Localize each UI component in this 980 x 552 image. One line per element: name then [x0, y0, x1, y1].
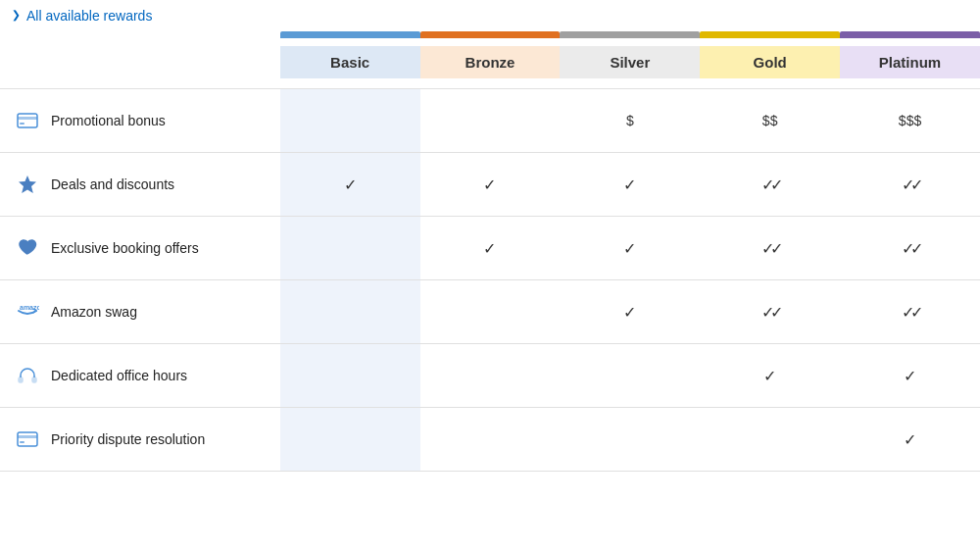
value-amazon-swag-silver: ✓ — [560, 280, 700, 344]
value-dedicated-office-gold: ✓ — [700, 344, 840, 408]
amazon-icon: amazon — [14, 298, 41, 326]
svg-rect-6 — [32, 377, 36, 382]
tier-header-bronze: Bronze — [420, 31, 561, 89]
feature-cell-exclusive-booking: Exclusive booking offers — [0, 217, 280, 280]
value-deals-discounts-silver: ✓ — [560, 153, 700, 217]
value-deals-discounts-platinum: ✓✓ — [840, 153, 980, 217]
feature-name-deals-discounts: Deals and discounts — [51, 176, 174, 192]
tier-header-silver: Silver — [560, 31, 700, 89]
value-priority-dispute-bronze — [420, 408, 561, 472]
value-dedicated-office-silver — [560, 344, 700, 408]
value-priority-dispute-basic — [280, 408, 420, 472]
svg-rect-8 — [18, 435, 37, 438]
value-priority-dispute-platinum: ✓ — [840, 408, 980, 472]
tier-label-silver: Silver — [560, 46, 700, 78]
feature-name-promotional-bonus: Promotional bonus — [51, 113, 166, 128]
tier-label-basic: Basic — [280, 46, 420, 78]
feature-cell-priority-dispute: Priority dispute resolution — [0, 408, 280, 472]
svg-rect-1 — [18, 117, 37, 120]
svg-rect-2 — [20, 123, 24, 125]
top-nav: ❮ All available rewards — [0, 0, 980, 31]
svg-rect-0 — [18, 114, 37, 127]
value-amazon-swag-gold: ✓✓ — [700, 280, 840, 344]
svg-rect-7 — [18, 432, 37, 446]
feature-cell-dedicated-office: Dedicated office hours — [0, 344, 280, 408]
tier-bar-silver — [560, 31, 700, 38]
feature-name-dedicated-office: Dedicated office hours — [51, 368, 187, 383]
feature-row-promotional-bonus: Promotional bonus$$$$$$ — [0, 89, 980, 153]
feature-row-dedicated-office: Dedicated office hours✓✓ — [0, 344, 980, 408]
feature-name-amazon-swag: Amazon swag — [51, 304, 137, 320]
value-dedicated-office-basic — [280, 344, 420, 408]
tier-bar-bronze — [420, 31, 561, 38]
value-priority-dispute-silver — [560, 408, 700, 472]
svg-text:amazon: amazon — [20, 304, 39, 311]
feature-cell-amazon-swag: amazon Amazon swag — [0, 280, 280, 344]
value-amazon-swag-platinum: ✓✓ — [840, 280, 980, 344]
tier-bar-basic — [280, 31, 420, 38]
star-icon — [14, 171, 41, 198]
tier-header-basic: Basic — [280, 31, 420, 89]
value-deals-discounts-basic: ✓ — [280, 153, 420, 217]
feature-cell-deals-discounts: Deals and discounts — [0, 153, 280, 217]
feature-name-exclusive-booking: Exclusive booking offers — [51, 240, 199, 256]
page-wrapper: ❮ All available rewards Basic — [0, 0, 980, 552]
svg-marker-3 — [19, 176, 36, 193]
all-rewards-link[interactable]: All available rewards — [26, 8, 152, 24]
value-exclusive-booking-bronze: ✓ — [420, 217, 561, 280]
value-promotional-bonus-silver: $ — [560, 89, 700, 153]
feature-row-deals-discounts: Deals and discounts✓✓✓✓✓✓✓ — [0, 153, 980, 217]
svg-rect-9 — [20, 441, 24, 443]
value-amazon-swag-bronze — [420, 280, 561, 344]
value-promotional-bonus-platinum: $$$ — [840, 89, 980, 153]
tier-header-gold: Gold — [700, 31, 840, 89]
value-priority-dispute-gold — [700, 408, 840, 472]
heart-icon — [14, 234, 41, 262]
value-promotional-bonus-gold: $$ — [700, 89, 840, 153]
card-icon — [14, 107, 41, 134]
value-dedicated-office-platinum: ✓ — [840, 344, 980, 408]
value-amazon-swag-basic — [280, 280, 420, 344]
feature-name-priority-dispute: Priority dispute resolution — [51, 431, 205, 447]
card2-icon — [14, 426, 41, 453]
svg-rect-5 — [19, 377, 23, 382]
tier-header-platinum: Platinum — [840, 31, 980, 89]
value-dedicated-office-bronze — [420, 344, 561, 408]
feature-row-amazon-swag: amazon Amazon swag✓✓✓✓✓ — [0, 280, 980, 344]
value-deals-discounts-gold: ✓✓ — [700, 153, 840, 217]
tier-label-gold: Gold — [700, 46, 840, 78]
feature-row-exclusive-booking: Exclusive booking offers✓✓✓✓✓✓ — [0, 217, 980, 280]
value-promotional-bonus-bronze — [420, 89, 561, 153]
headset-icon — [14, 362, 41, 389]
value-exclusive-booking-basic — [280, 217, 420, 280]
value-exclusive-booking-platinum: ✓✓ — [840, 217, 980, 280]
tier-bar-platinum — [840, 31, 980, 38]
value-deals-discounts-bronze: ✓ — [420, 153, 561, 217]
value-exclusive-booking-silver: ✓ — [560, 217, 700, 280]
value-promotional-bonus-basic — [280, 89, 420, 153]
tier-bar-gold — [700, 31, 840, 38]
feature-col-header — [0, 31, 280, 89]
comparison-table: Basic Bronze Silver — [0, 31, 980, 472]
value-exclusive-booking-gold: ✓✓ — [700, 217, 840, 280]
feature-row-priority-dispute: Priority dispute resolution✓ — [0, 408, 980, 472]
chevron-icon: ❮ — [12, 10, 21, 23]
tier-label-platinum: Platinum — [840, 46, 980, 78]
feature-cell-promotional-bonus: Promotional bonus — [0, 89, 280, 153]
tier-label-bronze: Bronze — [420, 46, 561, 78]
